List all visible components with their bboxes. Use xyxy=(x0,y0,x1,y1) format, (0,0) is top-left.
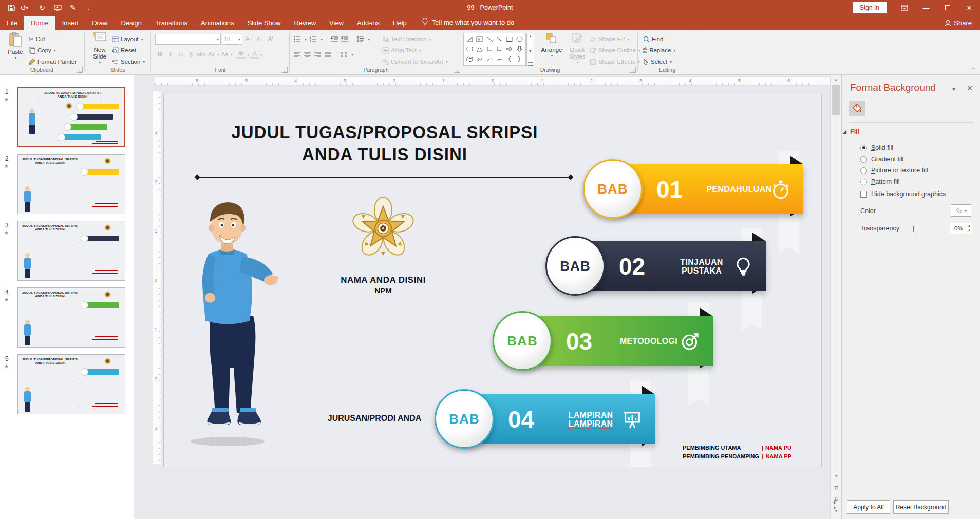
pane-close-icon[interactable]: ✕ xyxy=(967,84,973,92)
strikethrough-button[interactable]: abc xyxy=(196,49,206,60)
increase-indent-icon[interactable] xyxy=(341,36,348,42)
arrange-button[interactable]: Arrange▾ xyxy=(538,32,565,66)
presenter-name-textbox[interactable]: NAMA ANDA DISINI xyxy=(309,275,458,285)
align-center-icon[interactable] xyxy=(304,52,311,57)
line-spacing-icon[interactable] xyxy=(356,36,364,42)
banner-bar[interactable]: 02 TINJAUAN PUSTAKA xyxy=(577,241,766,291)
chapter-banner-03[interactable]: 03 METODOLOGI BAB xyxy=(522,310,717,372)
spinner-arrows-icon[interactable]: ▲▼ xyxy=(968,224,971,233)
option-pattern-fill[interactable]: Pattern fill xyxy=(860,178,900,186)
advisors-textbox[interactable]: PEMBIMBING UTAMA | NAMA PU PEMBIMBING PE… xyxy=(683,444,791,461)
scrollbar-thumb[interactable] xyxy=(832,85,840,115)
option-solid-fill[interactable]: Solid fill xyxy=(860,144,893,152)
bullets-icon[interactable] xyxy=(294,36,301,42)
reset-button[interactable]: Reset xyxy=(112,45,136,56)
italic-button[interactable]: I xyxy=(165,49,175,60)
cut-button[interactable]: ✂ Cut xyxy=(29,33,45,45)
paste-button[interactable]: Paste▾ xyxy=(3,32,28,66)
bab-badge[interactable]: BAB xyxy=(493,311,552,371)
thumbnail-frame[interactable]: JUDUL TUGAS/PROPOSAL SKRIPSI ANDA TULIS … xyxy=(17,354,125,414)
radio-icon[interactable] xyxy=(860,167,867,174)
format-painter-button[interactable]: Format Painter xyxy=(29,56,77,67)
section-button[interactable]: Section▾ xyxy=(112,56,145,67)
slide-canvas[interactable]: JUDUL TUGAS/PROPOSAL SKRIPSI ANDA TULIS … xyxy=(163,94,822,467)
thumbnail-slide-4[interactable]: 4 ★ JUDUL TUGAS/PROPOSAL SKRIPSI ANDA TU… xyxy=(0,287,134,350)
tab-insert[interactable]: Insert xyxy=(55,16,86,30)
shape-effects-button[interactable]: Shape Effects▾ xyxy=(590,56,639,67)
slide-title-textbox[interactable]: JUDUL TUGAS/PROPOSAL SKRIPSI ANDA TULIS … xyxy=(179,121,590,165)
tab-add-ins[interactable]: Add-ins xyxy=(350,16,386,30)
radio-icon[interactable] xyxy=(860,179,867,185)
thumbnail-frame[interactable]: JUDUL TUGAS/PROPOSAL SKRIPSI ANDA TULIS … xyxy=(17,221,125,281)
bab-badge[interactable]: BAB xyxy=(545,236,605,296)
tab-file[interactable]: File xyxy=(0,16,24,30)
shape-fill-button[interactable]: Shape Fill▾ xyxy=(590,33,629,45)
decrease-font-size-button[interactable]: A˅ xyxy=(254,34,264,44)
increase-font-size-button[interactable]: A˄ xyxy=(243,34,253,44)
font-name-combo[interactable]: ▾ xyxy=(155,34,221,45)
option-picture-texture-fill[interactable]: Picture or texture fill xyxy=(860,166,928,175)
thumbnail-slide-2[interactable]: 2 ★ JUDUL TUGAS/PROPOSAL SKRIPSI ANDA TU… xyxy=(0,154,134,216)
change-case-button[interactable]: Aa xyxy=(220,49,230,60)
tab-design[interactable]: Design xyxy=(115,16,148,30)
pane-options-caret-icon[interactable]: ▼ xyxy=(951,86,956,92)
justify-icon[interactable] xyxy=(325,52,331,57)
shapes-gallery[interactable]: A xyxy=(463,33,526,66)
option-hide-background-graphics[interactable]: Hide background graphics xyxy=(860,190,946,198)
copy-button[interactable]: Copy▾ xyxy=(29,45,56,56)
clipboard-dialog-launcher-icon[interactable] xyxy=(77,67,83,73)
replace-button[interactable]: abac Replace▾ xyxy=(643,45,675,56)
clear-formatting-button[interactable]: A̸ xyxy=(265,34,275,44)
select-button[interactable]: Select▾ xyxy=(643,56,672,67)
vertical-ruler[interactable]: 3 2 1 0 1 2 3 xyxy=(153,90,161,464)
tab-transitions[interactable]: Transitions xyxy=(148,16,194,30)
thumbnail-slide-1[interactable]: 1 ★ JUDUL TUGAS/PROPOSAL SKRIPSI ANDA TU… xyxy=(0,87,134,149)
align-right-icon[interactable] xyxy=(314,52,321,57)
thumbnail-frame[interactable]: JUDUL TUGAS/PROPOSAL SKRIPSI ANDA TULIS … xyxy=(17,287,125,348)
banner-bar[interactable]: 04 LAMPIRAN LAMPIRAN xyxy=(466,394,655,444)
tab-review[interactable]: Review xyxy=(287,16,323,30)
thumbnail-slide-3[interactable]: 3 ★ JUDUL TUGAS/PROPOSAL SKRIPSI ANDA TU… xyxy=(0,221,134,283)
apply-to-all-button[interactable]: Apply to All xyxy=(847,500,890,514)
slide-scrollbar[interactable]: ▲ ▼ ⇈ ⇊ ▼ xyxy=(830,75,841,519)
tab-slide-show[interactable]: Slide Show xyxy=(240,16,287,30)
underline-button[interactable]: U xyxy=(176,49,185,60)
tab-help[interactable]: Help xyxy=(386,16,413,30)
department-textbox[interactable]: JURUSAN/PRODI ANDA xyxy=(313,414,436,423)
shapes-scroll-down-icon[interactable]: ▼ xyxy=(529,49,532,53)
drawing-dialog-launcher-icon[interactable] xyxy=(630,67,636,73)
scroll-down-icon[interactable]: ▼ xyxy=(831,471,842,480)
chapter-banner-04[interactable]: 04 LAMPIRAN LAMPIRAN BAB xyxy=(464,388,659,450)
shapes-scroll-up-icon[interactable]: ▲ xyxy=(529,34,532,38)
numbering-icon[interactable]: 123 xyxy=(310,36,317,42)
bab-badge[interactable]: BAB xyxy=(583,159,643,219)
thumbnail-frame[interactable]: JUDUL TUGAS/PROPOSAL SKRIPSI ANDA TULIS … xyxy=(17,87,125,147)
fill-section-heading[interactable]: ◢ Fill xyxy=(850,128,859,136)
title-divider-line[interactable] xyxy=(197,177,571,178)
decrease-indent-icon[interactable] xyxy=(331,36,338,42)
tab-animations[interactable]: Animations xyxy=(194,16,240,30)
highlight-color-button[interactable]: ab xyxy=(236,50,246,59)
presenter-npm-textbox[interactable]: NPM xyxy=(309,286,458,295)
new-slide-button[interactable]: New Slide▾ xyxy=(87,32,112,66)
banner-bar[interactable]: 01 PENDAHULUAN xyxy=(614,164,803,214)
horizontal-ruler[interactable]: 6 5 4 3 2 1 0 1 2 3 4 5 6 xyxy=(155,76,831,86)
chapter-banner-01[interactable]: 01 PENDAHULUAN BAB xyxy=(612,158,807,220)
find-button[interactable]: Find xyxy=(643,33,663,45)
tab-home[interactable]: Home xyxy=(24,16,55,30)
paragraph-dialog-launcher-icon[interactable] xyxy=(454,67,460,73)
shapes-gallery-scrollbar[interactable]: ▲ ▼ xyxy=(526,33,534,66)
previous-slide-icon[interactable]: ⇈ xyxy=(831,483,842,493)
thumbnail-slide-5[interactable]: 5 ★ JUDUL TUGAS/PROPOSAL SKRIPSI ANDA TU… xyxy=(0,354,134,416)
layout-button[interactable]: Layout▾ xyxy=(112,33,143,45)
radio-icon[interactable] xyxy=(860,145,867,151)
university-emblem-icon[interactable] xyxy=(352,196,414,263)
bold-button[interactable]: B xyxy=(155,49,165,60)
scroll-up-icon[interactable]: ▲ xyxy=(831,75,842,84)
transparency-spinbox[interactable]: 0% ▲▼ xyxy=(950,223,972,234)
font-color-button[interactable]: A xyxy=(250,50,259,59)
shape-outline-button[interactable]: Shape Outline▾ xyxy=(590,45,640,56)
banner-bar[interactable]: 03 METODOLOGI xyxy=(524,316,713,366)
character-spacing-button[interactable]: AV xyxy=(206,49,216,60)
presenter-illustration[interactable] xyxy=(176,186,279,453)
